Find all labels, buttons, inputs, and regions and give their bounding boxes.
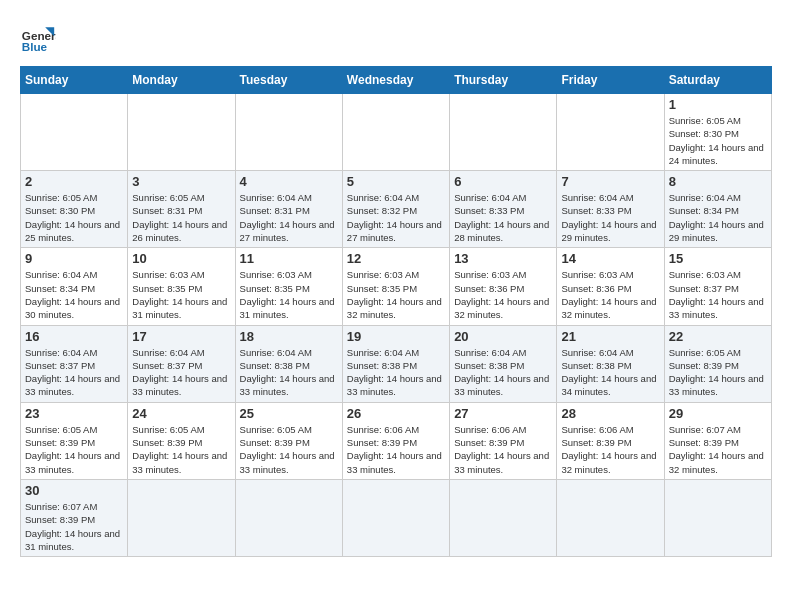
cell-day-number: 25	[240, 406, 338, 421]
cell-day-number: 3	[132, 174, 230, 189]
cell-info: Sunrise: 6:04 AM Sunset: 8:38 PM Dayligh…	[561, 346, 659, 399]
cell-day-number: 10	[132, 251, 230, 266]
weekday-header: Monday	[128, 67, 235, 94]
svg-text:Blue: Blue	[22, 40, 48, 53]
cell-day-number: 17	[132, 329, 230, 344]
logo: General Blue	[20, 20, 56, 56]
cell-info: Sunrise: 6:03 AM Sunset: 8:35 PM Dayligh…	[132, 268, 230, 321]
cell-day-number: 9	[25, 251, 123, 266]
cell-info: Sunrise: 6:04 AM Sunset: 8:32 PM Dayligh…	[347, 191, 445, 244]
calendar-table: SundayMondayTuesdayWednesdayThursdayFrid…	[20, 66, 772, 557]
calendar-week-row: 23Sunrise: 6:05 AM Sunset: 8:39 PM Dayli…	[21, 402, 772, 479]
calendar-cell: 20Sunrise: 6:04 AM Sunset: 8:38 PM Dayli…	[450, 325, 557, 402]
cell-info: Sunrise: 6:06 AM Sunset: 8:39 PM Dayligh…	[454, 423, 552, 476]
cell-day-number: 18	[240, 329, 338, 344]
cell-day-number: 21	[561, 329, 659, 344]
cell-info: Sunrise: 6:04 AM Sunset: 8:34 PM Dayligh…	[25, 268, 123, 321]
calendar-cell	[21, 94, 128, 171]
calendar-cell: 27Sunrise: 6:06 AM Sunset: 8:39 PM Dayli…	[450, 402, 557, 479]
calendar-cell: 21Sunrise: 6:04 AM Sunset: 8:38 PM Dayli…	[557, 325, 664, 402]
calendar-week-row: 16Sunrise: 6:04 AM Sunset: 8:37 PM Dayli…	[21, 325, 772, 402]
calendar-cell: 3Sunrise: 6:05 AM Sunset: 8:31 PM Daylig…	[128, 171, 235, 248]
calendar-cell: 22Sunrise: 6:05 AM Sunset: 8:39 PM Dayli…	[664, 325, 771, 402]
weekday-header: Saturday	[664, 67, 771, 94]
cell-info: Sunrise: 6:07 AM Sunset: 8:39 PM Dayligh…	[669, 423, 767, 476]
calendar-cell: 16Sunrise: 6:04 AM Sunset: 8:37 PM Dayli…	[21, 325, 128, 402]
calendar-week-row: 9Sunrise: 6:04 AM Sunset: 8:34 PM Daylig…	[21, 248, 772, 325]
calendar-cell: 29Sunrise: 6:07 AM Sunset: 8:39 PM Dayli…	[664, 402, 771, 479]
cell-day-number: 11	[240, 251, 338, 266]
cell-info: Sunrise: 6:05 AM Sunset: 8:39 PM Dayligh…	[240, 423, 338, 476]
calendar-cell	[342, 94, 449, 171]
weekday-header: Thursday	[450, 67, 557, 94]
cell-info: Sunrise: 6:05 AM Sunset: 8:39 PM Dayligh…	[25, 423, 123, 476]
cell-info: Sunrise: 6:03 AM Sunset: 8:35 PM Dayligh…	[240, 268, 338, 321]
calendar-cell: 11Sunrise: 6:03 AM Sunset: 8:35 PM Dayli…	[235, 248, 342, 325]
cell-info: Sunrise: 6:03 AM Sunset: 8:35 PM Dayligh…	[347, 268, 445, 321]
cell-info: Sunrise: 6:06 AM Sunset: 8:39 PM Dayligh…	[347, 423, 445, 476]
calendar-cell: 18Sunrise: 6:04 AM Sunset: 8:38 PM Dayli…	[235, 325, 342, 402]
cell-info: Sunrise: 6:03 AM Sunset: 8:37 PM Dayligh…	[669, 268, 767, 321]
cell-day-number: 29	[669, 406, 767, 421]
calendar-week-row: 1Sunrise: 6:05 AM Sunset: 8:30 PM Daylig…	[21, 94, 772, 171]
cell-day-number: 14	[561, 251, 659, 266]
cell-info: Sunrise: 6:05 AM Sunset: 8:30 PM Dayligh…	[669, 114, 767, 167]
calendar-cell: 10Sunrise: 6:03 AM Sunset: 8:35 PM Dayli…	[128, 248, 235, 325]
cell-info: Sunrise: 6:03 AM Sunset: 8:36 PM Dayligh…	[454, 268, 552, 321]
calendar-week-row: 30Sunrise: 6:07 AM Sunset: 8:39 PM Dayli…	[21, 479, 772, 556]
cell-day-number: 28	[561, 406, 659, 421]
cell-day-number: 1	[669, 97, 767, 112]
calendar-cell	[235, 94, 342, 171]
cell-day-number: 6	[454, 174, 552, 189]
cell-day-number: 23	[25, 406, 123, 421]
weekday-header: Wednesday	[342, 67, 449, 94]
cell-day-number: 24	[132, 406, 230, 421]
cell-info: Sunrise: 6:03 AM Sunset: 8:36 PM Dayligh…	[561, 268, 659, 321]
calendar-cell: 26Sunrise: 6:06 AM Sunset: 8:39 PM Dayli…	[342, 402, 449, 479]
calendar-cell	[450, 479, 557, 556]
calendar-cell: 12Sunrise: 6:03 AM Sunset: 8:35 PM Dayli…	[342, 248, 449, 325]
cell-day-number: 20	[454, 329, 552, 344]
calendar-cell: 5Sunrise: 6:04 AM Sunset: 8:32 PM Daylig…	[342, 171, 449, 248]
calendar-cell: 4Sunrise: 6:04 AM Sunset: 8:31 PM Daylig…	[235, 171, 342, 248]
cell-day-number: 30	[25, 483, 123, 498]
calendar-cell: 7Sunrise: 6:04 AM Sunset: 8:33 PM Daylig…	[557, 171, 664, 248]
cell-info: Sunrise: 6:04 AM Sunset: 8:37 PM Dayligh…	[25, 346, 123, 399]
cell-day-number: 8	[669, 174, 767, 189]
calendar-cell: 28Sunrise: 6:06 AM Sunset: 8:39 PM Dayli…	[557, 402, 664, 479]
calendar-cell: 9Sunrise: 6:04 AM Sunset: 8:34 PM Daylig…	[21, 248, 128, 325]
calendar-cell	[450, 94, 557, 171]
cell-day-number: 16	[25, 329, 123, 344]
cell-info: Sunrise: 6:05 AM Sunset: 8:30 PM Dayligh…	[25, 191, 123, 244]
cell-day-number: 7	[561, 174, 659, 189]
cell-day-number: 27	[454, 406, 552, 421]
calendar-cell: 19Sunrise: 6:04 AM Sunset: 8:38 PM Dayli…	[342, 325, 449, 402]
calendar-cell: 30Sunrise: 6:07 AM Sunset: 8:39 PM Dayli…	[21, 479, 128, 556]
cell-day-number: 13	[454, 251, 552, 266]
cell-info: Sunrise: 6:06 AM Sunset: 8:39 PM Dayligh…	[561, 423, 659, 476]
cell-info: Sunrise: 6:04 AM Sunset: 8:31 PM Dayligh…	[240, 191, 338, 244]
cell-day-number: 22	[669, 329, 767, 344]
calendar-cell	[557, 479, 664, 556]
page-header: General Blue	[20, 20, 772, 56]
cell-info: Sunrise: 6:07 AM Sunset: 8:39 PM Dayligh…	[25, 500, 123, 553]
cell-info: Sunrise: 6:04 AM Sunset: 8:33 PM Dayligh…	[454, 191, 552, 244]
cell-info: Sunrise: 6:04 AM Sunset: 8:37 PM Dayligh…	[132, 346, 230, 399]
logo-icon: General Blue	[20, 20, 56, 56]
calendar-cell: 17Sunrise: 6:04 AM Sunset: 8:37 PM Dayli…	[128, 325, 235, 402]
cell-day-number: 12	[347, 251, 445, 266]
calendar-cell	[664, 479, 771, 556]
calendar-cell: 1Sunrise: 6:05 AM Sunset: 8:30 PM Daylig…	[664, 94, 771, 171]
calendar-cell	[235, 479, 342, 556]
calendar-cell	[128, 479, 235, 556]
cell-info: Sunrise: 6:04 AM Sunset: 8:38 PM Dayligh…	[454, 346, 552, 399]
cell-info: Sunrise: 6:04 AM Sunset: 8:33 PM Dayligh…	[561, 191, 659, 244]
cell-day-number: 2	[25, 174, 123, 189]
weekday-header-row: SundayMondayTuesdayWednesdayThursdayFrid…	[21, 67, 772, 94]
cell-info: Sunrise: 6:05 AM Sunset: 8:39 PM Dayligh…	[669, 346, 767, 399]
cell-day-number: 19	[347, 329, 445, 344]
calendar-cell: 8Sunrise: 6:04 AM Sunset: 8:34 PM Daylig…	[664, 171, 771, 248]
cell-day-number: 4	[240, 174, 338, 189]
calendar-cell: 23Sunrise: 6:05 AM Sunset: 8:39 PM Dayli…	[21, 402, 128, 479]
calendar-cell	[557, 94, 664, 171]
